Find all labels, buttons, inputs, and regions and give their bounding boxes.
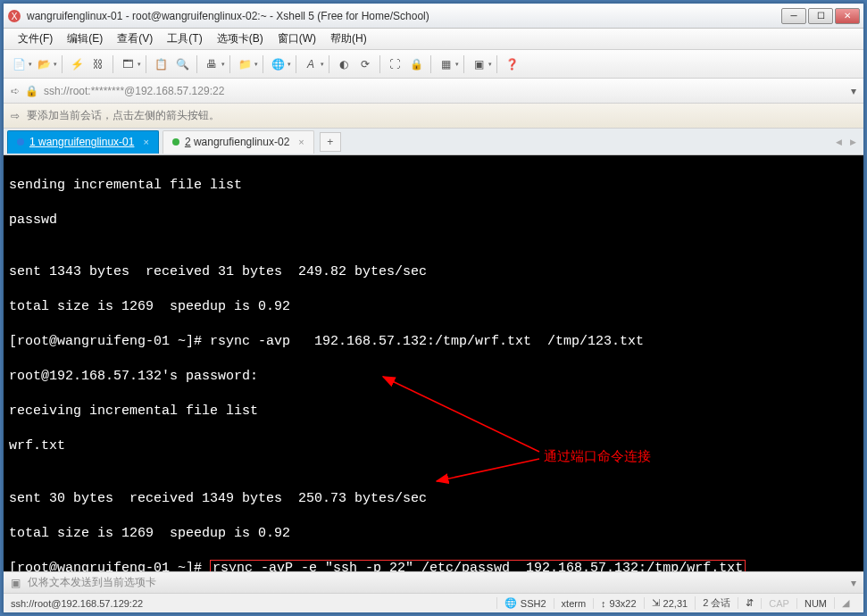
xftp-icon[interactable]: 📁 <box>235 54 254 74</box>
term-line: root@192.168.57.132's password: <box>9 368 858 386</box>
addressbar-add-icon[interactable]: ➪ <box>11 85 20 97</box>
tipbar: ⇨ 要添加当前会话，点击左侧的箭头按钮。 <box>4 104 863 129</box>
maximize-button[interactable]: ☐ <box>808 8 833 24</box>
tab-nav: ◀ ▶ <box>831 133 860 151</box>
menu-file[interactable]: 文件(F) <box>11 31 60 46</box>
term-line: [root@wangruifeng-01 ~]# rsync -avp 192.… <box>9 333 858 351</box>
term-line: wrf.txt <box>9 437 858 455</box>
term-line: sent 30 bytes received 1349 bytes 250.73… <box>9 490 858 508</box>
svg-line-5 <box>437 459 539 481</box>
term-line: total size is 1269 speedup is 0.92 <box>9 298 858 316</box>
tab-add-button[interactable]: + <box>320 132 341 152</box>
copy-icon[interactable]: 📋 <box>151 54 171 74</box>
minimize-button[interactable]: ─ <box>781 8 806 24</box>
tab-close-icon[interactable]: × <box>143 137 148 147</box>
lock-icon[interactable]: 🔒 <box>406 54 426 74</box>
lock-icon: 🔒 <box>25 85 38 97</box>
svg-text:X: X <box>12 12 18 21</box>
term-line: passwd <box>9 212 858 229</box>
app-window: X wangruifenglinux-01 - root@wangruifeng… <box>3 3 864 613</box>
status-pos: ⇲ 22,31 <box>644 597 696 609</box>
reconnect-icon[interactable]: ⚡ <box>67 54 87 74</box>
status-cap: CAP <box>761 598 796 609</box>
help-icon[interactable]: ❓ <box>502 54 521 74</box>
term-line: total size is 1269 speedup is 0.92 <box>9 525 858 543</box>
status-ssh: 🌐SSH2 <box>496 597 554 609</box>
compose-bar: ▣ 仅将文本发送到当前选项卡 ▾ <box>4 571 863 593</box>
status-resize-grip[interactable]: ◢ <box>834 597 856 609</box>
tip-text: 要添加当前会话，点击左侧的箭头按钮。 <box>27 108 220 123</box>
status-term-type: xterm <box>554 598 594 609</box>
close-button[interactable]: ✕ <box>835 8 860 24</box>
open-icon[interactable]: 📂 <box>34 54 54 74</box>
tab-prev-icon[interactable]: ◀ <box>831 133 846 151</box>
window-title: wangruifenglinux-01 - root@wangruifengli… <box>27 10 781 22</box>
menu-tools[interactable]: 工具(T) <box>160 31 209 46</box>
terminal[interactable]: sending incremental file list passwd sen… <box>4 155 863 571</box>
term-line: [root@wangruifeng-01 ~]# rsync -avP -e "… <box>9 560 858 572</box>
script-icon[interactable]: ⟳ <box>355 54 375 74</box>
tab-status-dot <box>172 138 179 146</box>
tab-session-2[interactable]: 2 wangrufienglinux-02 × <box>163 130 314 154</box>
menubar: 文件(F) 编辑(E) 查看(V) 工具(T) 选项卡(B) 窗口(W) 帮助(… <box>4 29 863 50</box>
annotation-label: 通过端口命令连接 <box>544 447 651 465</box>
compose-placeholder[interactable]: 仅将文本发送到当前选项卡 <box>28 575 844 590</box>
tab-number: 1 <box>29 136 36 148</box>
tabstrip: 1 wangruifenglinux-01 × 2 wangrufienglin… <box>4 129 863 155</box>
address-text[interactable]: ssh://root:********@192.168.57.129:22 <box>44 85 846 97</box>
highlighted-command-1: rsync -avP -e "ssh -p 22" /etc/passwd 19… <box>210 560 746 572</box>
menu-window[interactable]: 窗口(W) <box>271 31 323 46</box>
tab-close-icon[interactable]: × <box>298 137 304 147</box>
globe-icon[interactable]: 🌐 <box>268 54 288 74</box>
status-sessions: 2 会话 <box>695 596 738 610</box>
tip-arrow-icon[interactable]: ⇨ <box>11 110 20 122</box>
status-size: ↕ 93x22 <box>593 598 643 609</box>
menu-edit[interactable]: 编辑(E) <box>60 31 110 46</box>
term-line: sending incremental file list <box>9 177 858 195</box>
sessionmgr-icon[interactable]: ▦ <box>436 54 455 74</box>
term-line: receiving incremental file list <box>9 403 858 420</box>
status-address: ssh://root@192.168.57.129:22 <box>11 598 496 609</box>
globe-icon: 🌐 <box>504 597 517 609</box>
fullscreen-icon[interactable]: ⛶ <box>385 54 404 74</box>
statusbar: ssh://root@192.168.57.129:22 🌐SSH2 xterm… <box>4 593 863 612</box>
tab-label: wangruifenglinux-01 <box>38 136 134 148</box>
tab-status-dot <box>17 138 24 146</box>
tab-session-1[interactable]: 1 wangruifenglinux-01 × <box>7 130 159 154</box>
status-num: NUM <box>796 598 834 609</box>
toolbar: 📄▾ 📂▾ ⚡ ⛓ 🗔▾ 📋 🔍 🖶▾ 📁▾ 🌐▾ A▾ ◐ ⟳ ⛶ 🔒 ▦▾ … <box>4 50 863 79</box>
compose-icon[interactable]: ▣ <box>11 577 21 589</box>
properties-icon[interactable]: 🗔 <box>118 54 138 74</box>
address-dropdown-icon[interactable]: ▾ <box>851 85 856 97</box>
tab-next-icon[interactable]: ▶ <box>846 133 860 151</box>
app-icon: X <box>7 9 21 23</box>
disconnect-icon[interactable]: ⛓ <box>88 54 108 74</box>
font-icon[interactable]: A <box>301 54 321 74</box>
menu-view[interactable]: 查看(V) <box>110 31 160 46</box>
print-icon[interactable]: 🖶 <box>202 54 221 74</box>
color-icon[interactable]: ◐ <box>334 54 354 74</box>
status-updown-icon: ⇵ <box>738 597 761 609</box>
tab-label: wangrufienglinux-02 <box>194 136 289 148</box>
tile-icon[interactable]: ▣ <box>469 54 488 74</box>
titlebar: X wangruifenglinux-01 - root@wangruifeng… <box>4 4 863 29</box>
new-session-icon[interactable]: 📄 <box>9 54 29 74</box>
term-line: sent 1343 bytes received 31 bytes 249.82… <box>9 263 858 281</box>
addressbar: ➪ 🔒 ssh://root:********@192.168.57.129:2… <box>4 79 863 104</box>
menu-help[interactable]: 帮助(H) <box>323 31 374 46</box>
menu-tab[interactable]: 选项卡(B) <box>210 31 271 46</box>
tab-number: 2 <box>185 136 191 148</box>
compose-dropdown-icon[interactable]: ▾ <box>851 577 856 589</box>
window-buttons: ─ ☐ ✕ <box>781 8 860 24</box>
paste-icon[interactable]: 🔍 <box>172 54 192 74</box>
